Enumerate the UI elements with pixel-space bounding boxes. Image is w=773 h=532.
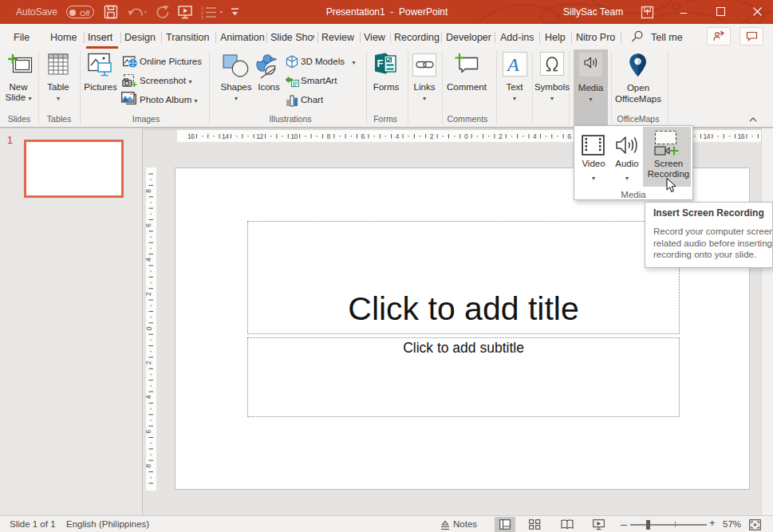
- svg-text:0: 0: [464, 132, 468, 140]
- svg-text:16: 16: [187, 132, 195, 140]
- svg-text:6: 6: [146, 223, 153, 227]
- svg-text:2: 2: [499, 132, 503, 140]
- svg-text:0: 0: [146, 326, 153, 330]
- svg-text:2: 2: [146, 292, 153, 296]
- svg-text:12: 12: [256, 132, 263, 140]
- svg-text:3: 3: [201, 15, 204, 20]
- svg-text:4: 4: [146, 258, 153, 262]
- svg-text:4: 4: [146, 395, 153, 399]
- svg-text:4: 4: [533, 132, 537, 140]
- svg-text:14: 14: [703, 132, 710, 140]
- svg-text:16: 16: [738, 132, 745, 140]
- svg-text:8: 8: [326, 132, 330, 140]
- svg-text:A: A: [506, 54, 519, 75]
- svg-text:4: 4: [396, 132, 400, 140]
- svg-text:F: F: [377, 57, 384, 69]
- svg-text:8: 8: [146, 464, 153, 468]
- svg-text:6: 6: [567, 132, 571, 140]
- svg-text:6: 6: [361, 132, 365, 140]
- svg-text:2: 2: [146, 361, 153, 365]
- svg-text:10: 10: [290, 132, 298, 140]
- svg-text:6: 6: [146, 429, 153, 433]
- svg-text:2: 2: [430, 132, 434, 140]
- svg-text:8: 8: [146, 189, 153, 193]
- svg-text:14: 14: [222, 132, 229, 140]
